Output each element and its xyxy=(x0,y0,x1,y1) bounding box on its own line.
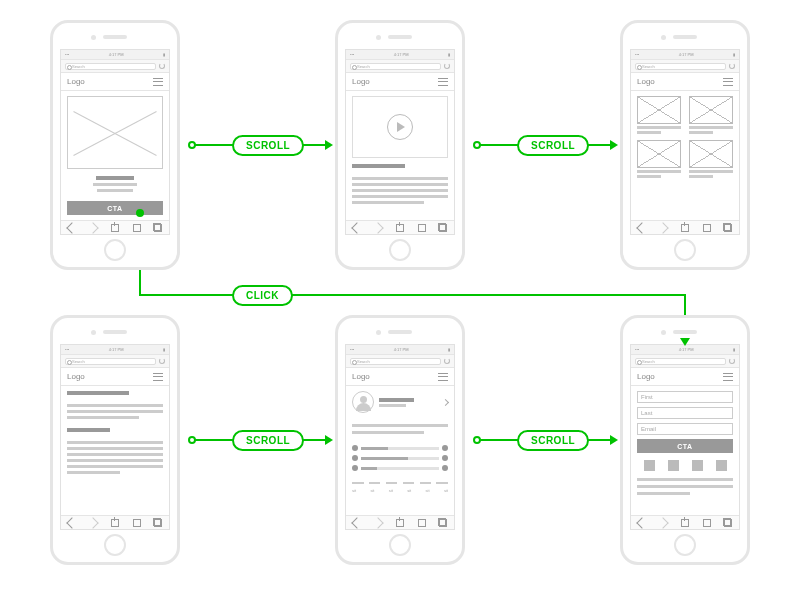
connector-label-click: CLICK xyxy=(232,285,293,306)
arrowhead-icon xyxy=(325,140,333,150)
connector-origin-dot xyxy=(136,209,144,217)
share-icon[interactable] xyxy=(111,224,119,232)
heading-placeholder xyxy=(67,391,129,395)
phone-screen-1: •••4:17 PM▮ Search Logo CTA xyxy=(50,20,180,270)
connector-label-scroll: SCROLL xyxy=(232,135,304,156)
browser-toolbar xyxy=(61,220,169,234)
connector-label-scroll: SCROLL xyxy=(517,135,589,156)
bookmarks-icon[interactable] xyxy=(133,224,141,232)
icon-placeholder xyxy=(668,460,679,471)
menu-icon[interactable] xyxy=(153,78,163,86)
phone-screen-4: •••4:17 PM▮ Search Logo xyxy=(50,315,180,565)
grid-item[interactable] xyxy=(689,96,733,134)
text-line xyxy=(97,189,133,192)
tabs-icon[interactable] xyxy=(154,224,162,232)
text-line xyxy=(352,183,448,186)
connector-origin-dot xyxy=(473,436,481,444)
text-line xyxy=(352,189,448,192)
connector-origin-dot xyxy=(188,141,196,149)
slider[interactable] xyxy=(352,465,448,471)
scale-labels: sitsitsitsitsitsit xyxy=(352,488,448,493)
chevron-right-icon xyxy=(442,398,449,405)
image-placeholder xyxy=(637,96,681,124)
search-input[interactable]: Search xyxy=(65,63,156,70)
refresh-icon[interactable] xyxy=(159,63,165,69)
arrowhead-icon xyxy=(325,435,333,445)
icon-placeholder xyxy=(716,460,727,471)
cta-button[interactable]: CTA xyxy=(67,201,163,215)
slider[interactable] xyxy=(352,455,448,461)
feature-icons-row xyxy=(637,460,733,471)
grid-item[interactable] xyxy=(689,140,733,178)
forward-icon[interactable] xyxy=(88,222,99,233)
text-line xyxy=(352,201,424,204)
heading-placeholder xyxy=(96,176,134,180)
icon-placeholder xyxy=(692,460,703,471)
text-line xyxy=(352,177,448,180)
connector-origin-dot xyxy=(188,436,196,444)
icon-placeholder xyxy=(644,460,655,471)
avatar-icon xyxy=(352,391,374,413)
slider[interactable] xyxy=(352,445,448,451)
submit-button[interactable]: CTA xyxy=(637,439,733,453)
hero-image-placeholder xyxy=(67,96,163,169)
connector-label-scroll: SCROLL xyxy=(232,430,304,451)
email-field[interactable]: Email xyxy=(637,423,733,435)
connector-label-scroll: SCROLL xyxy=(517,430,589,451)
connector-origin-dot xyxy=(473,141,481,149)
first-name-field[interactable]: First xyxy=(637,391,733,403)
logo: Logo xyxy=(67,77,85,86)
image-grid xyxy=(637,96,733,178)
grid-item[interactable] xyxy=(637,96,681,134)
phone-screen-6: •••4:17 PM▮ Search Logo First Last Email… xyxy=(620,315,750,565)
profile-row[interactable] xyxy=(352,391,448,413)
arrowhead-icon xyxy=(610,140,618,150)
phone-screen-5: •••4:17 PM▮ Search Logo xyxy=(335,315,465,565)
app-nav-bar: Logo xyxy=(61,73,169,91)
play-icon[interactable] xyxy=(387,114,413,140)
grid-item[interactable] xyxy=(637,140,681,178)
phone-screen-2: •••4:17 PM▮ Search Logo xyxy=(335,20,465,270)
back-icon[interactable] xyxy=(66,222,77,233)
text-line xyxy=(93,183,137,186)
browser-url-bar[interactable]: Search xyxy=(61,60,169,73)
phone-screen-3: •••4:17 PM▮ Search Logo xyxy=(620,20,750,270)
video-player[interactable] xyxy=(352,96,448,158)
status-bar: •••4:17 PM▮ xyxy=(61,50,169,60)
arrowhead-icon xyxy=(610,435,618,445)
heading-placeholder xyxy=(352,164,405,168)
last-name-field[interactable]: Last xyxy=(637,407,733,419)
text-line xyxy=(352,195,448,198)
arrowhead-icon xyxy=(680,338,690,346)
